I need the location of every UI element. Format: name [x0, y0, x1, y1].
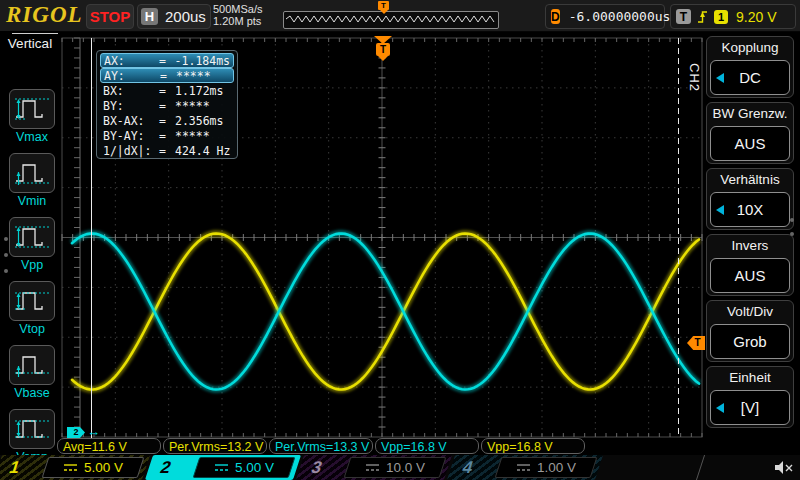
- measurement-readout: Avg=11.6 V: [57, 438, 161, 454]
- menu-item-einheit[interactable]: Einheit[V]: [706, 366, 794, 428]
- channel-scale-value: 10.0 V: [386, 460, 425, 475]
- menu-item-invers[interactable]: InversAUS: [706, 234, 794, 296]
- channel-scale-value: 5.00 V: [235, 460, 274, 475]
- channel-scale-value: 5.00 V: [84, 460, 123, 475]
- cursor-readout-label: AX:: [104, 54, 159, 68]
- measurement-readout: Vpp=16.8 V: [481, 438, 585, 454]
- channel-scale-box: 5.00 V: [42, 457, 145, 478]
- measurement-readout: Per.Vrms=13.2 V: [163, 438, 267, 454]
- menu-item-value[interactable]: AUS: [710, 258, 790, 293]
- trigger-pin-tail: [378, 56, 388, 61]
- channel-number: 3: [308, 455, 326, 480]
- menu-page-dots: [790, 208, 794, 246]
- channel-number: 2: [157, 455, 175, 480]
- cursor-readout-row: BX:=1.172ms: [100, 83, 234, 98]
- cursor-readout-equals: =: [159, 99, 175, 113]
- cursor-readout-value: *****: [175, 99, 210, 113]
- channel-number: 4: [459, 455, 477, 480]
- menu-item-value[interactable]: [V]: [710, 390, 790, 425]
- cursor-readout-box: AX:=-1.184msAY:=*****BX:=1.172msBY:=****…: [96, 50, 238, 159]
- measurement-readout: Per.Vrms=13.3 V: [269, 438, 373, 454]
- menu-item-label: BW Grenzw.: [707, 103, 793, 125]
- channel-3-tab[interactable]: 310.0 V: [296, 455, 452, 480]
- channel-scale-box: 10.0 V: [344, 457, 447, 478]
- channel-scale-box: 5.00 V: [193, 457, 296, 478]
- cursor-readout-label: AY:: [104, 69, 160, 83]
- speaker-muted-icon[interactable]: [773, 459, 795, 480]
- cursor-readout-value: *****: [175, 129, 210, 143]
- channel-scale-content: 1.00 V: [516, 460, 576, 475]
- left-arrow-icon: [716, 403, 724, 413]
- menu-item-label: Verhältnis: [707, 169, 793, 191]
- cursor-readout-label: BX:: [103, 84, 159, 98]
- menu-channel-tab: CH2: [686, 52, 702, 104]
- menu-item-verh-ltnis[interactable]: Verhältnis10X: [706, 168, 794, 230]
- channel-1-tab[interactable]: 15.00 V: [0, 455, 150, 480]
- cursor-readout-value: -1.184ms: [175, 54, 230, 68]
- dc-coupling-icon: [516, 463, 531, 472]
- oscilloscope-screen: RIGOL STOP H 200us 500MSa/s 1.20M pts T …: [0, 0, 800, 480]
- left-arrow-icon: [716, 205, 724, 215]
- channel-scale-box: 1.00 V: [495, 457, 598, 478]
- cursor-readout-label: BX-AX:: [103, 114, 159, 128]
- menu-item-label: Invers: [707, 235, 793, 257]
- channel-2-tab[interactable]: 25.00 V: [145, 455, 301, 480]
- menu-item-label: Volt/Div: [707, 301, 793, 323]
- measurement-readout: Vpp=16.8 V: [375, 438, 479, 454]
- cursor-readout-equals: =: [159, 84, 175, 98]
- ch2-ground-offscreen-arrow: ↔: [87, 424, 100, 439]
- cursor-readout-value: 2.356ms: [175, 114, 223, 128]
- left-arrow-icon: [716, 73, 724, 83]
- cursor-readout-row: BX-AX:=2.356ms: [100, 113, 234, 128]
- dc-coupling-icon: [365, 463, 380, 472]
- menu-item-volt-div[interactable]: Volt/DivGrob: [706, 300, 794, 362]
- cursor-readout-value: *****: [176, 69, 211, 83]
- cursor-a-line[interactable]: [91, 38, 92, 438]
- menu-item-value[interactable]: DC: [710, 60, 790, 95]
- channel-status-bar: 15.00 V25.00 V310.0 V41.00 V: [0, 455, 800, 480]
- channel-scale-content: 5.00 V: [63, 460, 123, 475]
- cursor-readout-row: BY:=*****: [100, 98, 234, 113]
- trigger-position-marker[interactable]: T: [374, 36, 392, 61]
- menu-item-label: Einheit: [707, 367, 793, 389]
- menu-item-kopplung[interactable]: KopplungDC: [706, 36, 794, 98]
- channel-scale-value: 1.00 V: [537, 460, 576, 475]
- dc-coupling-icon: [214, 463, 229, 472]
- channel-scale-content: 5.00 V: [214, 460, 274, 475]
- channel-number: 1: [6, 455, 24, 480]
- menu-item-bw-grenzw-[interactable]: BW Grenzw.AUS: [706, 102, 794, 164]
- cursor-readout-value: 1.172ms: [175, 84, 223, 98]
- cursor-readout-value: 424.4 Hz: [175, 144, 230, 158]
- cursor-readout-equals: =: [159, 144, 175, 158]
- cursor-readout-label: BY-AY:: [103, 129, 159, 143]
- cursor-readout-equals: =: [159, 129, 175, 143]
- cursor-readout-equals: =: [160, 69, 176, 83]
- cursor-readout-row: BY-AY:=*****: [100, 128, 234, 143]
- cursor-readout-row: AY:=*****: [100, 68, 234, 83]
- menu-item-label: Kopplung: [707, 37, 793, 59]
- cursor-readout-row: AX:=-1.184ms: [100, 53, 234, 68]
- channel-4-tab[interactable]: 41.00 V: [447, 455, 603, 480]
- menu-item-value[interactable]: Grob: [710, 324, 790, 359]
- cursor-readout-row: 1/|dX|:=424.4 Hz: [100, 143, 234, 158]
- cursor-readout-equals: =: [159, 114, 175, 128]
- channel-scale-content: 10.0 V: [365, 460, 425, 475]
- dc-coupling-icon: [63, 463, 78, 472]
- channel-bar-divider: [696, 455, 705, 480]
- cursor-readout-label: 1/|dX|:: [103, 144, 159, 158]
- menu-item-value[interactable]: AUS: [710, 126, 790, 161]
- menu-item-value[interactable]: 10X: [710, 192, 790, 227]
- cursor-readout-equals: =: [159, 54, 175, 68]
- cursor-readout-label: BY:: [103, 99, 159, 113]
- cursor-b-line[interactable]: [678, 38, 679, 438]
